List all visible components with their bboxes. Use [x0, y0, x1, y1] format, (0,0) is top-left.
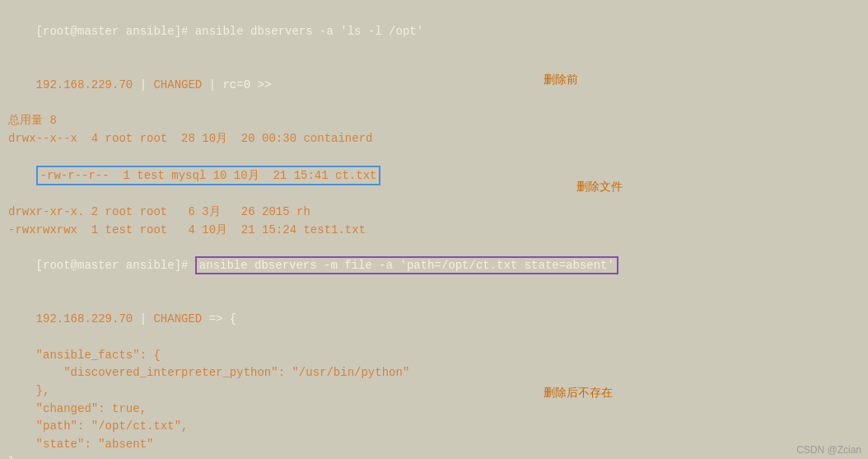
annotation-delete-file: 删除文件 [576, 180, 623, 194]
annotation-before-delete: 删除前 [544, 73, 578, 87]
line-13: "changed": true, [8, 400, 860, 419]
watermark: CSDN @Zcian [796, 444, 861, 456]
line-6: drwxr-xr-x. 2 root root 6 3月 26 2015 rh [8, 204, 860, 222]
sep-2: | rc=0 >> [202, 78, 271, 91]
annotation-after-delete: 删除后不存在 [544, 386, 613, 400]
line-15: "state": "absent" [8, 436, 860, 454]
line-7: -rwxrwxrwx 1 test root 4 10月 21 15:24 te… [8, 222, 860, 240]
sep-4: => { [202, 312, 236, 326]
line-5: -rw-r--r-- 1 test mysql 10 10月 21 15:41 … [8, 148, 860, 204]
prompt-1: [root@master ansible]# [36, 25, 195, 38]
line-16: } [8, 454, 860, 459]
line-11: "discovered_interpreter_python": "/usr/b… [8, 364, 860, 382]
line-12: }, [8, 382, 860, 400]
line-9: 192.168.229.70 | CHANGED => { [8, 293, 860, 347]
cmd-1: ansible dbservers -a 'ls -l /opt' [195, 25, 423, 38]
sep-1: | [140, 78, 154, 91]
ip-2: 192.168.229.70 [36, 312, 140, 326]
changed-2: CHANGED [153, 312, 202, 326]
line-4: drwx--x--x 4 root root 28 10月 20 00:30 c… [8, 130, 860, 148]
sep-3: | [140, 312, 154, 326]
terminal: [root@master ansible]# ansible dbservers… [0, 0, 868, 459]
blue-highlight-box: -rw-r--r-- 1 test mysql 10 10月 21 15:41 … [36, 166, 381, 185]
line-10: "ansible_facts": { [8, 347, 860, 365]
line-3: 总用量 8 [8, 112, 860, 130]
line-2: 192.168.229.70 | CHANGED | rc=0 >> [8, 59, 860, 112]
changed-1: CHANGED [153, 78, 202, 91]
prompt-2: [root@master ansible]# [36, 259, 195, 272]
ip-1: 192.168.229.70 [36, 78, 140, 91]
purple-highlight-box: ansible dbservers -m file -a 'path=/opt/… [195, 256, 618, 274]
line-8: [root@master ansible]# ansible dbservers… [8, 239, 860, 293]
line-14: "path": "/opt/ct.txt", [8, 418, 860, 436]
line-1: [root@master ansible]# ansible dbservers… [8, 5, 860, 59]
